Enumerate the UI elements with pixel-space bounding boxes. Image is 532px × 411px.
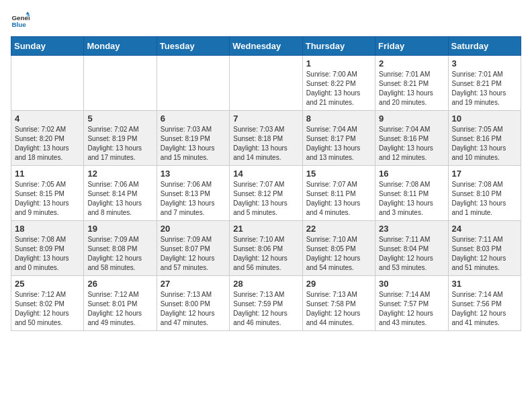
weekday-header: Sunday — [11, 37, 84, 56]
calendar-cell: 29Sunrise: 7:13 AM Sunset: 7:58 PM Dayli… — [302, 276, 375, 331]
calendar-cell: 1Sunrise: 7:00 AM Sunset: 8:22 PM Daylig… — [302, 56, 375, 111]
day-number: 16 — [379, 169, 444, 179]
day-info: Sunrise: 7:05 AM Sunset: 8:16 PM Dayligh… — [452, 125, 517, 163]
day-number: 23 — [379, 224, 444, 234]
calendar-cell: 14Sunrise: 7:07 AM Sunset: 8:12 PM Dayli… — [230, 166, 302, 221]
calendar-cell: 9Sunrise: 7:04 AM Sunset: 8:16 PM Daylig… — [375, 111, 448, 166]
calendar-cell: 26Sunrise: 7:12 AM Sunset: 8:01 PM Dayli… — [84, 276, 157, 331]
day-info: Sunrise: 7:12 AM Sunset: 8:01 PM Dayligh… — [87, 290, 152, 328]
calendar-cell: 25Sunrise: 7:12 AM Sunset: 8:02 PM Dayli… — [11, 276, 84, 331]
calendar-cell: 10Sunrise: 7:05 AM Sunset: 8:16 PM Dayli… — [448, 111, 521, 166]
calendar-header-row: SundayMondayTuesdayWednesdayThursdayFrid… — [11, 37, 521, 56]
weekday-header: Friday — [375, 37, 448, 56]
day-number: 29 — [306, 279, 371, 289]
day-number: 19 — [87, 224, 152, 234]
day-number: 17 — [452, 169, 517, 179]
day-number: 24 — [452, 224, 517, 234]
day-number: 15 — [306, 169, 371, 179]
day-info: Sunrise: 7:01 AM Sunset: 8:21 PM Dayligh… — [379, 70, 444, 107]
day-number: 1 — [306, 58, 371, 68]
day-number: 30 — [379, 279, 444, 289]
calendar-row: 25Sunrise: 7:12 AM Sunset: 8:02 PM Dayli… — [11, 276, 521, 331]
page-header: General Blue — [11, 11, 521, 30]
calendar-cell: 11Sunrise: 7:05 AM Sunset: 8:15 PM Dayli… — [11, 166, 84, 221]
calendar-row: 1Sunrise: 7:00 AM Sunset: 8:22 PM Daylig… — [11, 56, 521, 111]
day-number: 25 — [15, 279, 80, 289]
calendar-row: 11Sunrise: 7:05 AM Sunset: 8:15 PM Dayli… — [11, 166, 521, 221]
day-info: Sunrise: 7:13 AM Sunset: 7:59 PM Dayligh… — [233, 290, 298, 328]
day-info: Sunrise: 7:08 AM Sunset: 8:09 PM Dayligh… — [15, 235, 80, 273]
day-info: Sunrise: 7:06 AM Sunset: 8:13 PM Dayligh… — [161, 180, 226, 218]
day-number: 20 — [161, 224, 226, 234]
day-info: Sunrise: 7:04 AM Sunset: 8:16 PM Dayligh… — [379, 125, 444, 163]
day-number: 31 — [452, 279, 517, 289]
day-number: 8 — [306, 113, 371, 124]
calendar-cell: 15Sunrise: 7:07 AM Sunset: 8:11 PM Dayli… — [302, 166, 375, 221]
calendar-cell: 16Sunrise: 7:08 AM Sunset: 8:11 PM Dayli… — [375, 166, 448, 221]
day-info: Sunrise: 7:00 AM Sunset: 8:22 PM Dayligh… — [306, 70, 371, 107]
weekday-header: Monday — [84, 37, 157, 56]
calendar-cell: 27Sunrise: 7:13 AM Sunset: 8:00 PM Dayli… — [157, 276, 229, 331]
calendar-cell: 3Sunrise: 7:01 AM Sunset: 8:21 PM Daylig… — [448, 56, 521, 111]
day-number: 12 — [87, 169, 152, 179]
day-info: Sunrise: 7:10 AM Sunset: 8:05 PM Dayligh… — [306, 235, 371, 273]
calendar-cell: 2Sunrise: 7:01 AM Sunset: 8:21 PM Daylig… — [375, 56, 448, 111]
calendar-cell — [157, 56, 229, 111]
calendar-cell — [230, 56, 302, 111]
day-number: 4 — [15, 113, 80, 124]
calendar-cell: 30Sunrise: 7:14 AM Sunset: 7:57 PM Dayli… — [375, 276, 448, 331]
calendar-cell: 17Sunrise: 7:08 AM Sunset: 8:10 PM Dayli… — [448, 166, 521, 221]
day-number: 10 — [452, 113, 517, 124]
day-number: 7 — [233, 113, 298, 124]
calendar-cell: 7Sunrise: 7:03 AM Sunset: 8:18 PM Daylig… — [230, 111, 302, 166]
weekday-header: Wednesday — [230, 37, 302, 56]
day-number: 2 — [379, 58, 444, 68]
calendar-cell: 20Sunrise: 7:09 AM Sunset: 8:07 PM Dayli… — [157, 221, 229, 276]
day-info: Sunrise: 7:11 AM Sunset: 8:03 PM Dayligh… — [452, 235, 517, 273]
day-info: Sunrise: 7:07 AM Sunset: 8:12 PM Dayligh… — [233, 180, 298, 218]
day-info: Sunrise: 7:04 AM Sunset: 8:17 PM Dayligh… — [306, 125, 371, 163]
svg-text:Blue: Blue — [11, 21, 26, 28]
day-info: Sunrise: 7:03 AM Sunset: 8:19 PM Dayligh… — [161, 125, 226, 163]
calendar-row: 18Sunrise: 7:08 AM Sunset: 8:09 PM Dayli… — [11, 221, 521, 276]
calendar-cell: 23Sunrise: 7:11 AM Sunset: 8:04 PM Dayli… — [375, 221, 448, 276]
svg-marker-2 — [26, 11, 30, 14]
calendar-cell: 28Sunrise: 7:13 AM Sunset: 7:59 PM Dayli… — [230, 276, 302, 331]
day-number: 26 — [87, 279, 152, 289]
calendar-cell: 21Sunrise: 7:10 AM Sunset: 8:06 PM Dayli… — [230, 221, 302, 276]
calendar-cell: 6Sunrise: 7:03 AM Sunset: 8:19 PM Daylig… — [157, 111, 229, 166]
day-number: 22 — [306, 224, 371, 234]
day-number: 28 — [233, 279, 298, 289]
day-info: Sunrise: 7:01 AM Sunset: 8:21 PM Dayligh… — [452, 70, 517, 107]
day-info: Sunrise: 7:05 AM Sunset: 8:15 PM Dayligh… — [15, 180, 80, 218]
calendar-cell: 19Sunrise: 7:09 AM Sunset: 8:08 PM Dayli… — [84, 221, 157, 276]
calendar-row: 4Sunrise: 7:02 AM Sunset: 8:20 PM Daylig… — [11, 111, 521, 166]
day-number: 6 — [161, 113, 226, 124]
day-info: Sunrise: 7:10 AM Sunset: 8:06 PM Dayligh… — [233, 235, 298, 273]
day-number: 18 — [15, 224, 80, 234]
logo-icon: General Blue — [11, 11, 30, 30]
logo: General Blue — [11, 11, 32, 30]
day-number: 3 — [452, 58, 517, 68]
day-info: Sunrise: 7:02 AM Sunset: 8:19 PM Dayligh… — [87, 125, 152, 163]
day-info: Sunrise: 7:06 AM Sunset: 8:14 PM Dayligh… — [87, 180, 152, 218]
day-info: Sunrise: 7:09 AM Sunset: 8:08 PM Dayligh… — [87, 235, 152, 273]
calendar-cell: 24Sunrise: 7:11 AM Sunset: 8:03 PM Dayli… — [448, 221, 521, 276]
day-info: Sunrise: 7:14 AM Sunset: 7:56 PM Dayligh… — [452, 290, 517, 328]
calendar-table: SundayMondayTuesdayWednesdayThursdayFrid… — [11, 36, 521, 331]
day-number: 21 — [233, 224, 298, 234]
day-info: Sunrise: 7:09 AM Sunset: 8:07 PM Dayligh… — [161, 235, 226, 273]
day-number: 27 — [161, 279, 226, 289]
day-info: Sunrise: 7:12 AM Sunset: 8:02 PM Dayligh… — [15, 290, 80, 328]
day-info: Sunrise: 7:13 AM Sunset: 7:58 PM Dayligh… — [306, 290, 371, 328]
calendar-cell: 12Sunrise: 7:06 AM Sunset: 8:14 PM Dayli… — [84, 166, 157, 221]
day-number: 14 — [233, 169, 298, 179]
day-number: 13 — [161, 169, 226, 179]
day-number: 9 — [379, 113, 444, 124]
day-number: 11 — [15, 169, 80, 179]
day-info: Sunrise: 7:03 AM Sunset: 8:18 PM Dayligh… — [233, 125, 298, 163]
day-info: Sunrise: 7:08 AM Sunset: 8:11 PM Dayligh… — [379, 180, 444, 218]
day-number: 5 — [87, 113, 152, 124]
weekday-header: Saturday — [448, 37, 521, 56]
day-info: Sunrise: 7:13 AM Sunset: 8:00 PM Dayligh… — [161, 290, 226, 328]
